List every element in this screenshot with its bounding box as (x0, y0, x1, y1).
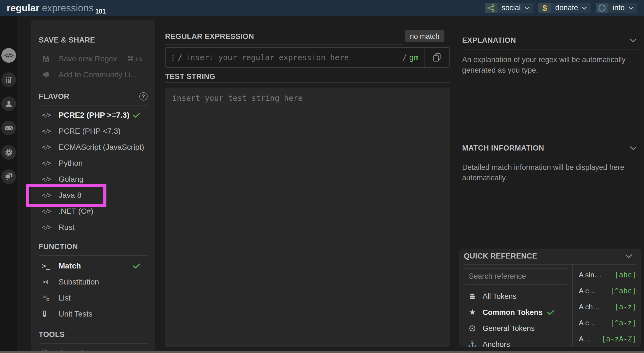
nav-account-button[interactable] (1, 96, 16, 111)
tools-section-title: TOOLS (39, 330, 148, 339)
add-to-community-item[interactable]: Add to Community Li... (39, 67, 148, 83)
flavor-item-python[interactable]: </> Python (39, 155, 148, 171)
top-header-bar: regularexpressions101 social $ donate (0, 0, 644, 16)
social-menu-button[interactable]: social (485, 3, 533, 13)
info-menu-button[interactable]: info (596, 3, 637, 13)
nav-playground-button[interactable] (1, 121, 16, 135)
divider (39, 343, 148, 344)
quick-reference-content: All Tokens ★ Common Tokens General Tok (464, 265, 636, 347)
nav-feedback-button[interactable] (1, 169, 16, 184)
settings-gear-icon (5, 148, 13, 157)
donate-menu-button[interactable]: $ donate (538, 3, 591, 13)
flavor-help-icon[interactable]: ? (139, 92, 148, 101)
explanation-body: An explanation of your regex will be aut… (462, 54, 641, 75)
star-icon: ★ (468, 309, 477, 316)
flavor-item-pcre2[interactable]: </> PCRE2 (PHP >=7.3) (39, 107, 148, 123)
left-sidebar-panel: SAVE & SHARE Save new Regex ⌘+s (31, 20, 155, 353)
library-icon (5, 76, 13, 84)
regex-input[interactable] (185, 53, 402, 62)
nav-settings-button[interactable] (1, 145, 16, 160)
flavor-section-title: FLAVOR ? (39, 92, 148, 101)
add-to-community-label: Add to Community Li... (59, 70, 137, 79)
regex101-app: regularexpressions101 social $ donate (0, 0, 644, 353)
nav-library-button[interactable] (1, 72, 16, 87)
chevron-down-icon[interactable] (625, 254, 633, 259)
flavor-item-rust[interactable]: </> Rust (39, 219, 148, 235)
flavor-item-golang[interactable]: </> Golang (39, 171, 148, 187)
code-slash-icon: </> (42, 176, 51, 183)
category-common-tokens[interactable]: ★ Common Tokens (464, 304, 568, 320)
info-circle-icon (596, 3, 608, 13)
divider (165, 82, 450, 83)
list-gear-icon (42, 295, 54, 301)
token-row[interactable]: A c… [^a-z] (579, 315, 636, 331)
token-row[interactable]: A sin… [abc] (579, 267, 636, 283)
nav-code-editor-button[interactable]: </> (1, 48, 16, 63)
circle-dot-icon (468, 325, 477, 332)
token-row[interactable]: A ch… [a-z] (579, 299, 636, 315)
flavor-item-java8[interactable]: </> Java 8 (39, 187, 148, 203)
gamepad-icon (4, 125, 13, 131)
token-row[interactable]: A… [a-zA-Z] (579, 331, 636, 347)
check-icon (133, 263, 140, 269)
code-slash-icon: </> (42, 160, 51, 167)
bottom-scrollbar[interactable] (0, 351, 644, 353)
code-slash-icon: </> (42, 192, 51, 199)
app-logo[interactable]: regularexpressions101 (7, 2, 106, 14)
save-share-section-title: SAVE & SHARE (39, 35, 148, 45)
test-string-input[interactable] (165, 88, 450, 347)
left-icon-rail: </> (0, 16, 17, 353)
token-categories-column: All Tokens ★ Common Tokens General Tok (464, 265, 572, 347)
flavor-item-dotnet[interactable]: </> .NET (C#) (39, 203, 148, 219)
explanation-header: EXPLANATION (462, 36, 641, 45)
regex-section-title: REGULAR EXPRESSION (165, 32, 254, 41)
cloud-upload-icon (42, 71, 54, 78)
match-information-header: MATCH INFORMATION (462, 143, 641, 153)
function-item-unit-tests[interactable]: Unit Tests (39, 306, 148, 322)
test-string-header: TEST STRING (165, 72, 450, 81)
save-shortcut: ⌘+s (127, 55, 142, 63)
regex-section-header: REGULAR EXPRESSION no match (165, 30, 450, 43)
terminal-icon: >_ (42, 262, 50, 270)
function-item-substitution[interactable]: ✂ Substitution (39, 274, 148, 290)
chevron-down-icon (628, 6, 634, 10)
account-icon (5, 100, 13, 108)
explanation-title: EXPLANATION (462, 36, 516, 45)
info-menu-label: info (608, 4, 628, 12)
logo-101: 101 (95, 8, 106, 15)
logo-word-regular: regular (7, 2, 40, 13)
code-slash-icon: </> (42, 128, 51, 135)
share-nodes-icon (485, 3, 498, 13)
editor-column: REGULAR EXPRESSION no match ⋮ / / gm TES… (165, 16, 450, 347)
flavor-item-pcre[interactable]: </> PCRE (PHP <7.3) (39, 123, 148, 139)
chevron-down-icon (524, 6, 530, 10)
reference-search-input[interactable] (464, 268, 568, 284)
save-new-regex-label: Save new Regex (59, 54, 117, 63)
function-item-list[interactable]: List (39, 290, 148, 306)
divider (39, 255, 148, 256)
info-column: EXPLANATION An explanation of your regex… (462, 16, 641, 183)
quick-reference-panel: QUICK REFERENCE All To (459, 249, 641, 347)
category-anchors[interactable]: ⚓ Anchors (464, 336, 568, 347)
category-general-tokens[interactable]: General Tokens (464, 320, 568, 336)
function-item-match[interactable]: >_ Match (39, 258, 148, 274)
regex-flags[interactable]: gm (409, 53, 418, 62)
token-list-column: A sin… [abc] A c… [^abc] A ch… [a-z] A c… (572, 265, 636, 347)
dollar-icon: $ (538, 3, 551, 13)
donate-menu-label: donate (551, 4, 582, 12)
regex-input-box: ⋮ / / gm (165, 47, 450, 68)
copy-regex-button[interactable] (425, 48, 449, 67)
token-row[interactable]: A c… [^abc] (579, 283, 636, 299)
save-new-regex-item[interactable]: Save new Regex ⌘+s (39, 51, 148, 67)
divider (462, 49, 641, 49)
flavor-item-ecmascript[interactable]: </> ECMAScript (JavaScript) (39, 139, 148, 155)
chevron-down-icon[interactable] (629, 38, 637, 43)
category-all-tokens[interactable]: All Tokens (464, 288, 568, 304)
chevron-down-icon[interactable] (629, 146, 637, 151)
code-slash-icon: </> (42, 112, 51, 118)
drag-handle-icon[interactable]: ⋮ (169, 53, 177, 62)
code-slash-icon: </> (42, 208, 51, 215)
feedback-chat-icon (5, 173, 13, 181)
anchor-icon: ⚓ (468, 341, 477, 347)
logo-word-expressions: expressions (42, 2, 94, 13)
